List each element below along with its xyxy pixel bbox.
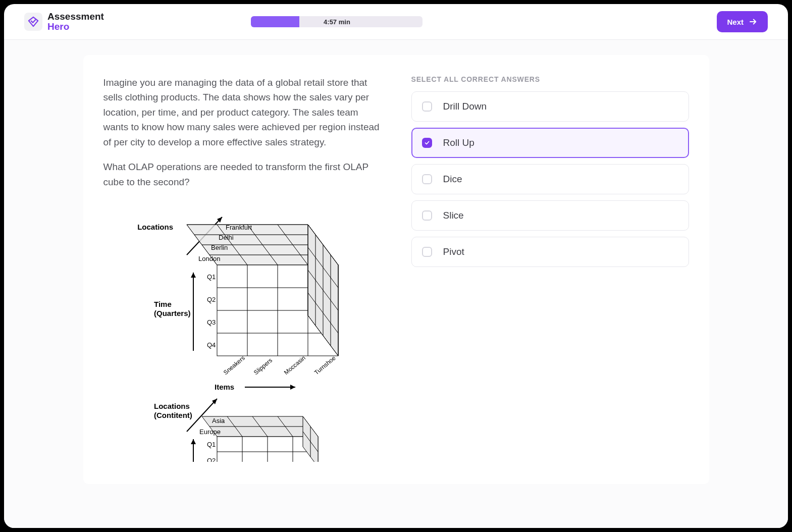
checkbox-icon (422, 247, 432, 257)
answer-option-label: Slice (443, 210, 464, 221)
svg-text:Locations: Locations (154, 402, 190, 410)
checkbox-icon (422, 101, 432, 112)
brand-line1: Assessment (47, 12, 104, 22)
answer-option-label: Dice (443, 174, 462, 185)
next-button[interactable]: Next (717, 11, 768, 32)
svg-text:Moccasin: Moccasin (282, 354, 306, 376)
answers-list: Drill DownRoll UpDiceSlicePivot (411, 91, 689, 267)
answer-option-0[interactable]: Drill Down (411, 91, 689, 122)
timer-label: 4:57 min (251, 18, 423, 26)
answer-option-4[interactable]: Pivot (411, 237, 689, 267)
question-card: Imagine you are managing the data of a g… (83, 55, 709, 484)
check-icon (424, 140, 430, 146)
arrow-right-icon (749, 17, 758, 26)
svg-text:Q2: Q2 (207, 457, 216, 462)
cube1-x-axis-label: Items (215, 383, 234, 391)
checkbox-icon (422, 210, 432, 221)
brand-line2: Hero (47, 22, 104, 32)
content-area: Imagine you are managing the data of a g… (4, 40, 788, 528)
svg-text:Europe: Europe (199, 428, 221, 436)
svg-text:(Contitent): (Contitent) (154, 411, 192, 419)
question-paragraph-2: What OLAP operations are needed to trans… (103, 159, 381, 189)
svg-marker-44 (290, 385, 295, 390)
svg-text:London: London (198, 255, 220, 262)
answers-title: SELECT ALL CORRECT ANSWERS (411, 75, 689, 83)
topbar: Assessment Hero 4:57 min Next (4, 4, 788, 40)
checkbox-icon (422, 138, 432, 148)
diamond-check-icon (28, 16, 39, 27)
app-window: Assessment Hero 4:57 min Next Imagine yo… (4, 4, 788, 528)
svg-text:Q1: Q1 (207, 273, 216, 281)
svg-text:Time: Time (154, 300, 172, 308)
answers-column: SELECT ALL CORRECT ANSWERS Drill DownRol… (411, 75, 689, 464)
brand: Assessment Hero (24, 12, 104, 32)
svg-text:(Quarters): (Quarters) (154, 309, 191, 317)
svg-text:Q1: Q1 (207, 441, 216, 448)
answer-option-label: Roll Up (443, 137, 474, 148)
svg-text:Berlin: Berlin (211, 244, 228, 251)
svg-text:Q4: Q4 (207, 341, 216, 349)
svg-marker-69 (191, 439, 196, 444)
question-column: Imagine you are managing the data of a g… (103, 75, 381, 464)
question-paragraph-1: Imagine you are managing the data of a g… (103, 75, 381, 149)
answer-option-3[interactable]: Slice (411, 200, 689, 231)
svg-text:Delhi: Delhi (219, 234, 234, 241)
svg-text:Sneakers: Sneakers (222, 354, 246, 376)
question-text: Imagine you are managing the data of a g… (103, 75, 381, 189)
checkbox-icon (422, 174, 432, 184)
olap-diagram: Locations (103, 199, 381, 464)
svg-text:Asia: Asia (212, 417, 225, 424)
next-button-label: Next (727, 18, 744, 26)
answer-option-1[interactable]: Roll Up (411, 128, 689, 158)
svg-marker-36 (191, 273, 196, 278)
svg-text:Turnshoe: Turnshoe (312, 354, 337, 376)
svg-text:Slippers: Slippers (252, 357, 273, 377)
progress-bar: 4:57 min (251, 16, 423, 27)
brand-icon (24, 13, 42, 31)
brand-text: Assessment Hero (47, 12, 104, 32)
svg-text:Frankfurt: Frankfurt (226, 224, 252, 231)
svg-text:Q3: Q3 (207, 318, 216, 326)
answer-option-label: Pivot (443, 246, 464, 257)
svg-text:Q2: Q2 (207, 296, 216, 303)
cube1-z-axis-label: Locations (137, 223, 173, 231)
answer-option-2[interactable]: Dice (411, 164, 689, 194)
answer-option-label: Drill Down (443, 101, 487, 112)
